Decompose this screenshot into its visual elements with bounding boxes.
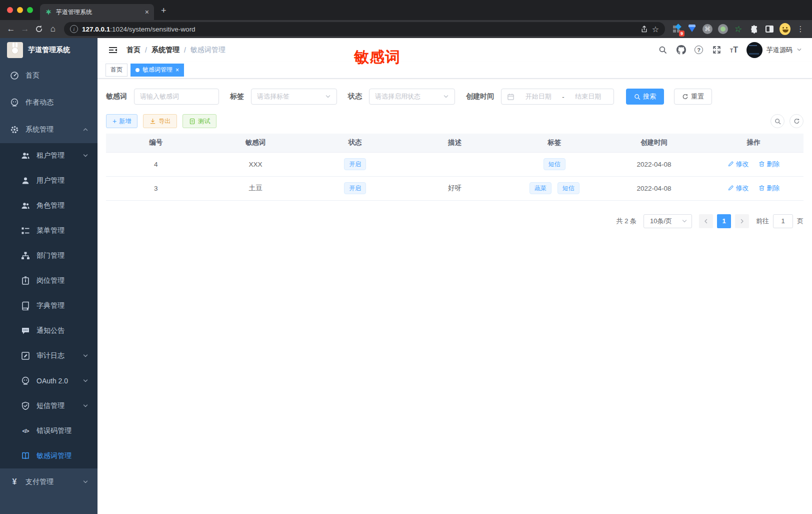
col-actions: 操作 [704,134,804,152]
fullscreen-icon[interactable] [712,45,722,55]
sidebar-item-tenant[interactable]: 租户管理 [0,143,98,168]
extension-star-icon[interactable]: ☆ [733,24,744,35]
prev-page-button[interactable] [699,214,713,228]
sidebar-item-oauth[interactable]: OAuth 2.0 [0,368,98,393]
tag-select[interactable]: 请选择标签 [251,89,337,105]
minimize-window-button[interactable] [17,7,23,13]
help-icon[interactable]: ? [694,46,703,54]
breadcrumb-section[interactable]: 系统管理 [152,46,180,55]
document-icon [189,118,196,125]
keyword-input[interactable]: 请输入敏感词 [134,89,219,105]
sidebar-logo[interactable]: 芋道管理系统 [0,38,98,62]
forward-button: → [18,22,32,36]
current-page[interactable]: 1 [717,214,731,228]
total-count: 共 2 条 [616,217,636,226]
message-bubble-icon [21,326,30,335]
sidebar-item-user[interactable]: 用户管理 [0,168,98,193]
page-size-select[interactable]: 10条/页 [644,214,692,228]
page-buttons: 1 [699,214,749,228]
browser-tab[interactable]: 芋道管理系统 × [40,4,154,20]
extension-command-icon[interactable]: ⌘ [702,24,713,35]
tab-home[interactable]: 首页 [106,64,128,77]
sidebar-item-sms[interactable]: 短信管理 [0,393,98,418]
test-button[interactable]: 测试 [182,114,216,128]
font-size-icon[interactable]: TT [730,46,738,55]
profile-avatar-emoji[interactable] [780,24,790,35]
github-icon[interactable] [676,45,686,55]
sidebar-item-author-news[interactable]: 作者动态 [0,89,98,116]
sidebar-item-dept[interactable]: 部门管理 [0,243,98,268]
search-icon[interactable] [658,45,668,55]
side-panel-icon[interactable] [764,24,775,35]
sidebar-item-dict[interactable]: 字典管理 [0,293,98,318]
close-window-button[interactable] [7,7,13,13]
extension-funnel-icon[interactable] [686,24,698,35]
home-button[interactable]: ⌂ [46,22,60,36]
tab-close-icon[interactable]: × [145,9,149,16]
show-search-icon[interactable] [770,114,784,128]
book-icon [21,301,30,310]
delete-button[interactable]: 删除 [758,160,780,169]
macos-traffic-lights [7,7,33,13]
sidebar-item-sensitive-word[interactable]: 敏感词管理 [0,443,98,468]
sidebar-item-notice[interactable]: 通知公告 [0,318,98,343]
url-bar[interactable]: i 127.0.0.1:1024/system/sensitive-word ☆ [64,22,665,36]
app-window: 芋道管理系统 首页 作者动态 系统管理 [0,38,812,514]
bookmark-star-icon[interactable]: ☆ [652,25,659,34]
code-icon: </> [21,426,30,435]
col-word: 敏感词 [206,134,305,152]
chevron-down-icon [82,403,88,409]
sidebar: 芋道管理系统 首页 作者动态 系统管理 [0,38,98,514]
edit-button[interactable]: 修改 [728,184,748,193]
edit-button[interactable]: 修改 [728,160,748,169]
status-badge: 开启 [344,182,366,194]
delete-button[interactable]: 删除 [758,184,780,193]
header-actions: ? TT 芋道源码 [658,42,802,58]
sidebar-fold-icon[interactable] [108,46,118,54]
date-range-input[interactable]: 开始日期 - 结束日期 [501,89,614,105]
extension-grid-icon[interactable]: 9 [671,24,682,35]
export-button[interactable]: 导出 [143,114,177,128]
gear-icon [10,125,19,134]
add-button[interactable]: + 新增 [106,114,138,128]
pagination: 共 2 条 10条/页 1 前往 页 [106,214,804,228]
search-button[interactable]: 搜索 [626,89,664,105]
sidebar-item-system[interactable]: 系统管理 [0,116,98,143]
reload-button[interactable] [32,22,46,36]
tag-badge: 短信 [544,158,566,170]
refresh-icon[interactable] [790,114,804,128]
new-tab-button[interactable]: + [161,6,166,15]
goto-page: 前往 页 [756,214,804,228]
favicon-leaf-icon [45,9,52,16]
sidebar-item-home[interactable]: 首页 [0,62,98,89]
sensitive-word-table: 编号 敏感词 状态 描述 标签 创建时间 操作 4 XXX [106,134,804,201]
date-label: 创建时间 [466,92,494,101]
reset-button[interactable]: 重置 [674,89,712,105]
breadcrumb-home[interactable]: 首页 [126,46,140,55]
tab-sensitive-word[interactable]: 敏感词管理 × [130,64,184,77]
user-menu[interactable]: 芋道源码 [746,42,802,58]
browser-menu-icon[interactable]: ⋮ [795,24,806,35]
table-row: 3 土豆 开启 好呀 蔬菜 短信 2022-04-08 修改 删除 [106,176,804,200]
tree-list-icon [21,226,30,235]
sidebar-item-menu[interactable]: 菜单管理 [0,218,98,243]
zoom-window-button[interactable] [27,7,33,13]
extension-record-icon[interactable] [718,24,728,35]
sidebar-item-post[interactable]: 岗位管理 [0,268,98,293]
status-select[interactable]: 请选择启用状态 [369,89,455,105]
back-button[interactable]: ← [4,22,18,36]
sidebar-item-pay[interactable]: ¥ 支付管理 [0,468,98,495]
sidebar-item-error-code[interactable]: </> 错误码管理 [0,418,98,443]
share-icon[interactable] [640,26,648,33]
next-page-button[interactable] [735,214,749,228]
sidebar-item-audit-log[interactable]: 审计日志 [0,343,98,368]
users-icon [21,201,30,210]
extensions-puzzle-icon[interactable] [748,24,760,35]
close-icon[interactable]: × [176,67,179,74]
calendar-icon [507,93,514,101]
org-chart-icon [21,251,30,260]
goto-page-input[interactable] [773,214,793,228]
site-info-icon[interactable]: i [70,25,78,33]
main-area: 首页 / 系统管理 / 敏感词管理 ? TT 芋道源码 [98,38,812,514]
sidebar-item-role[interactable]: 角色管理 [0,193,98,218]
